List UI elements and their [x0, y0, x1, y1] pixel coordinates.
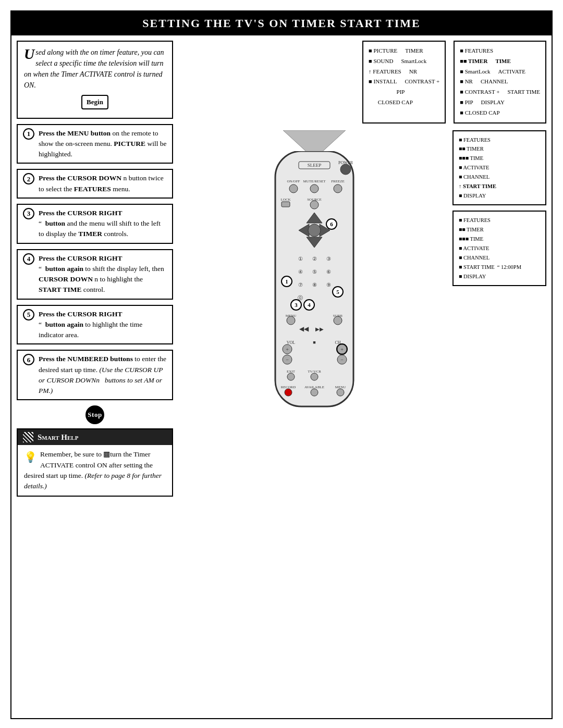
menu-4-row-6: ■ START TIME“ 12:00PM	[459, 263, 540, 272]
menu-1-row-1: ■ PICTURETIMER	[369, 46, 439, 56]
svg-text:+: +	[340, 347, 344, 352]
svg-text:5: 5	[336, 289, 339, 295]
menu-2-row-6: ■ PIPDISPLAY	[460, 97, 540, 108]
big-u-letter: U	[24, 47, 34, 61]
step-1-header: 1 Press the MENU button on the remote to…	[23, 128, 167, 160]
menu-1-row-3: ↑ FEATURESNR	[369, 67, 439, 77]
bulb-icon: 💡	[24, 449, 37, 465]
menu-1-row-6: CLOSED CAP	[369, 97, 439, 108]
menu-3-row-1: ■ FEATURES	[459, 135, 540, 145]
svg-text:③: ③	[326, 256, 331, 262]
step-4-header: 4 Press the CURSOR RIGHT“ button again t…	[23, 253, 167, 295]
svg-text:⑨: ⑨	[326, 282, 331, 288]
svg-text:FREEZE: FREEZE	[331, 179, 345, 183]
smart-help-body: 💡 Remember, be sure to ▩turn the Timer A…	[18, 445, 172, 496]
step-2-heading: Press the CURSOR DOWN n button twice to …	[39, 173, 167, 194]
step-6-num: 6	[23, 354, 34, 365]
svg-text:+: +	[286, 347, 289, 352]
page-header: Setting the TV's On Timer Start Time	[11, 11, 552, 35]
svg-text:6: 6	[330, 221, 333, 227]
svg-point-67	[311, 389, 318, 396]
svg-point-11	[334, 184, 342, 193]
menu-1-row-5: PIP	[369, 87, 439, 97]
begin-container: Begin	[24, 91, 166, 113]
top-menus-row: ■ PICTURETIMER ■ SOUNDSmartLock ↑ FEATUR…	[178, 41, 546, 124]
svg-text:3: 3	[295, 302, 298, 308]
right-column: ■ PICTURETIMER ■ SOUNDSmartLock ↑ FEATUR…	[178, 41, 546, 497]
menu-2-row-5: ■ CONTRAST +START TIME	[460, 87, 540, 97]
menu-4-row-2: ■■ TIMER	[459, 225, 540, 235]
svg-text:⑥: ⑥	[326, 269, 331, 275]
step-5-heading: Press the CURSOR RIGHT“ button again to …	[39, 309, 167, 341]
begin-box: Begin	[81, 95, 108, 109]
step-2-box: 2 Press the CURSOR DOWN n button twice t…	[17, 169, 173, 199]
intro-box: U sed along with the on timer feature, y…	[17, 41, 173, 119]
page-title: Setting the TV's On Timer Start Time	[142, 17, 420, 30]
menu-2-row-3: ■ SmartLockACTIVATE	[460, 67, 540, 77]
stop-icon: Stop	[85, 405, 104, 424]
step-4-num: 4	[23, 253, 34, 265]
svg-point-15	[310, 201, 319, 209]
step-6-heading: Press the NUMBERED buttons to enter the …	[39, 354, 167, 396]
right-side-menus: ■ FEATURES ■■ TIMER ■■■ TIME ■ ACTIVATE …	[452, 130, 546, 422]
svg-point-65	[285, 389, 292, 396]
svg-point-5	[340, 164, 351, 175]
main-content: U sed along with the on timer feature, y…	[11, 35, 552, 502]
svg-text:■: ■	[313, 340, 315, 345]
svg-text:SLEEP: SLEEP	[307, 163, 321, 168]
svg-text:⑤: ⑤	[312, 269, 316, 275]
svg-text:4: 4	[308, 302, 311, 308]
stop-box: Stop	[17, 405, 173, 424]
page-wrapper: Setting the TV's On Timer Start Time U s…	[10, 10, 553, 719]
step-6-header: 6 Press the NUMBERED buttons to enter th…	[23, 354, 167, 396]
menu-3-box: ■ FEATURES ■■ TIMER ■■■ TIME ■ ACTIVATE …	[452, 130, 546, 206]
remote-control-svg: SLEEP POWER ON/OFF MUTE/RESET FREEZE	[254, 151, 374, 422]
menu-2-row-7: ■ CLOSED CAP	[460, 108, 540, 118]
svg-text:⑧: ⑧	[312, 282, 316, 288]
step-5-header: 5 Press the CURSOR RIGHT“ button again t…	[23, 309, 167, 341]
remote-area: SLEEP POWER ON/OFF MUTE/RESET FREEZE	[178, 130, 450, 422]
step-5-box: 5 Press the CURSOR RIGHT“ button again t…	[17, 305, 173, 345]
svg-point-9	[289, 184, 298, 193]
menu-2-box: ■ FEATURES ■■ TIMERTIME ■ SmartLockACTIV…	[454, 41, 546, 124]
menu-3-row-5: ■ CHANNEL	[459, 172, 540, 182]
menu-4-row-3: ■■■ TIME	[459, 235, 540, 244]
svg-text:LOCK: LOCK	[280, 198, 290, 202]
step-6-box: 6 Press the NUMBERED buttons to enter th…	[17, 350, 173, 400]
menu-3-row-7: ■ DISPLAY	[459, 191, 540, 201]
svg-text:▶▶: ▶▶	[315, 326, 324, 332]
step-3-heading: Press the CURSOR RIGHT“ button and the m…	[39, 208, 167, 240]
smart-help-header: Smart Help	[18, 429, 172, 445]
smart-help-text: Remember, be sure to ▩turn the Timer ACT…	[24, 450, 162, 490]
menu-4-row-1: ■ FEATURES	[459, 216, 540, 225]
svg-text:−: −	[340, 357, 344, 363]
step-5-num: 5	[23, 309, 34, 320]
menu-1-box: ■ PICTURETIMER ■ SOUNDSmartLock ↑ FEATUR…	[362, 41, 446, 124]
diagonal-lines-icon	[23, 432, 33, 442]
step-2-header: 2 Press the CURSOR DOWN n button twice t…	[23, 173, 167, 194]
svg-point-61	[287, 373, 295, 380]
left-column: U sed along with the on timer feature, y…	[17, 41, 173, 497]
step-4-box: 4 Press the CURSOR RIGHT“ button again t…	[17, 249, 173, 300]
menu-2-row-2: ■■ TIMERTIME	[460, 56, 540, 67]
center-layout: SLEEP POWER ON/OFF MUTE/RESET FREEZE	[178, 130, 546, 422]
step-2-num: 2	[23, 173, 34, 184]
svg-text:◀◀: ◀◀	[299, 325, 309, 332]
svg-point-20	[308, 224, 321, 237]
step-1-box: 1 Press the MENU button on the remote to…	[17, 124, 173, 164]
menu-4-row-7: ■ DISPLAY	[459, 272, 540, 281]
menu-1-row-2: ■ SOUNDSmartLock	[369, 56, 439, 67]
svg-text:④: ④	[298, 269, 302, 275]
svg-text:⑦: ⑦	[298, 282, 302, 288]
step-3-header: 3 Press the CURSOR RIGHT“ button and the…	[23, 208, 167, 240]
svg-text:CH: CH	[335, 340, 340, 345]
svg-text:①: ①	[298, 256, 302, 262]
svg-point-63	[311, 373, 318, 380]
menu-3-row-4: ■ ACTIVATE	[459, 163, 540, 172]
menu-4-row-5: ■ CHANNEL	[459, 253, 540, 263]
stop-label: Stop	[88, 411, 102, 419]
menu-3-row-2: ■■ TIMER	[459, 144, 540, 154]
menu-3-row-3: ■■■ TIME	[459, 154, 540, 163]
step-1-num: 1	[23, 128, 34, 140]
step-3-box: 3 Press the CURSOR RIGHT“ button and the…	[17, 204, 173, 244]
